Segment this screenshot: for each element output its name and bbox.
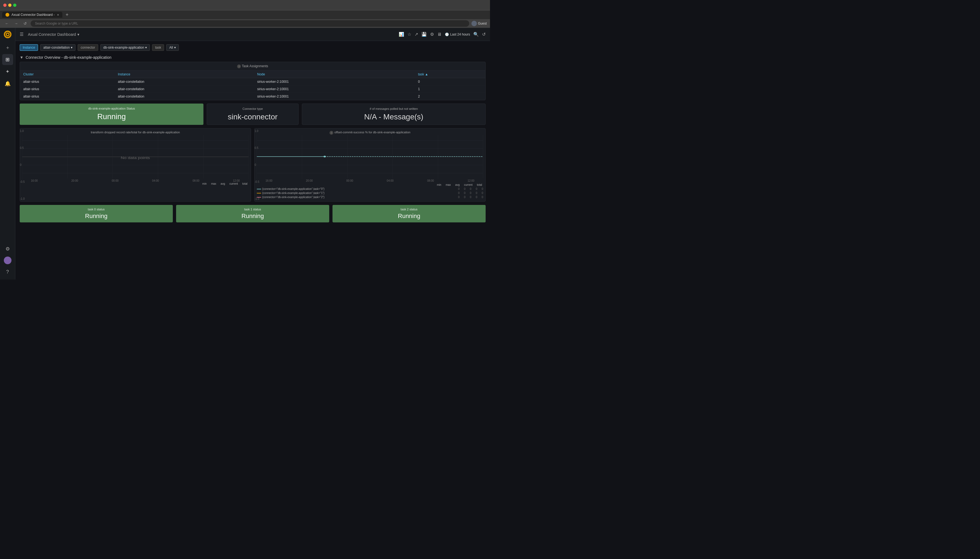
chart2-svg xyxy=(257,135,483,179)
refresh-icon[interactable]: ↺ xyxy=(482,32,486,37)
share-icon[interactable]: ↗ xyxy=(415,32,418,37)
sidebar-item-settings[interactable]: ⚙ xyxy=(2,243,13,255)
chart2-legend-header: min max avg current total xyxy=(257,184,483,186)
sidebar-item-help[interactable]: ? xyxy=(2,266,13,277)
page-title: Axual Connector Dashboard ▾ xyxy=(28,31,396,37)
topbar: ☰ Axual Connector Dashboard ▾ 📊 ☆ ↗ 💾 ⚙ … xyxy=(15,28,490,41)
filter-connector-dropdown[interactable]: db-sink-example-application ▾ xyxy=(100,44,150,51)
panel-title: i Task Assignments xyxy=(20,62,485,71)
section-header: ▼ Connector Overview - db-sink-example-a… xyxy=(20,55,486,60)
dropdown-chevron: ▾ xyxy=(71,46,73,50)
messages-label: # of messages polled but not written xyxy=(307,107,481,110)
filter-instance[interactable]: Instance xyxy=(20,44,38,51)
app-status-card: db-sink-example-application Status Runni… xyxy=(20,104,204,125)
user-avatar[interactable] xyxy=(4,256,12,264)
forward-button[interactable]: → xyxy=(13,21,20,26)
legend-label-0: {connector="db-sink-example-application"… xyxy=(262,187,325,190)
maximize-button[interactable] xyxy=(13,3,17,7)
table-row: altair-siriusaltair-constellationsirius-… xyxy=(20,78,485,86)
grafana-logo[interactable] xyxy=(3,30,12,39)
legend-values-1: 0 0 0 0 0 xyxy=(458,192,483,195)
status-card-label: db-sink-example-application Status xyxy=(24,107,199,110)
sidebar-item-explore[interactable]: ✦ xyxy=(2,66,13,77)
filter-task-label: task xyxy=(152,44,164,51)
sidebar-item-alerts[interactable]: 🔔 xyxy=(2,78,13,89)
filter-connector-label: connector xyxy=(78,44,98,51)
new-tab-button[interactable]: + xyxy=(63,12,71,18)
guest-button[interactable]: Guest xyxy=(471,21,487,26)
active-tab[interactable]: Axual Connector Dashboard - ✕ xyxy=(2,12,62,18)
filter-instance-dropdown[interactable]: altair-constellation ▾ xyxy=(40,44,75,51)
time-range-button[interactable]: 🕐 Last 24 hours xyxy=(445,33,470,36)
tab-close-button[interactable]: ✕ xyxy=(57,13,59,17)
hamburger-icon[interactable]: ☰ xyxy=(20,32,23,37)
legend-item-1: {connector="db-sink-example-application"… xyxy=(257,192,456,195)
topbar-actions: 📊 ☆ ↗ 💾 ⚙ 🖥 🕐 Last 24 hours 🔍 ↺ xyxy=(399,32,486,37)
section-chevron-icon[interactable]: ▼ xyxy=(20,55,23,60)
task-1-label: task 1 status xyxy=(181,208,325,211)
chart1-legend-header: min max avg current total xyxy=(22,182,249,185)
chart1-title: transform dropped record rate/total for … xyxy=(22,131,249,134)
sidebar-item-dashboard[interactable]: ⊞ xyxy=(2,54,13,65)
svg-text:No data points: No data points xyxy=(121,156,150,160)
task-assignments-panel: i Task Assignments Cluster Instance Node… xyxy=(20,62,486,100)
connector-type-value: sink-connector xyxy=(211,112,294,121)
sidebar-item-add[interactable]: ＋ xyxy=(2,42,13,53)
traffic-lights xyxy=(3,3,17,7)
app-container: ＋ ⊞ ✦ 🔔 ⚙ ? ☰ Axual Connector Dashboard … xyxy=(0,28,490,280)
chart1-svg: No data points xyxy=(22,135,249,179)
url-input[interactable] xyxy=(31,20,469,27)
table-row: altair-siriusaltair-constellationsirius-… xyxy=(20,93,485,100)
all-chevron: ▾ xyxy=(174,46,176,50)
time-range-label: Last 24 hours xyxy=(450,33,470,36)
connector-type-label: Connector type xyxy=(211,107,294,110)
star-icon[interactable]: ☆ xyxy=(408,32,411,37)
chart1-x-labels: 16:00 20:00 00:00 04:00 08:00 12:00 xyxy=(22,179,249,182)
task-2-label: task 2 status xyxy=(337,208,481,211)
legend-label-2: {connector="db-sink-example-application"… xyxy=(262,196,325,198)
monitor-icon[interactable]: 🖥 xyxy=(437,32,442,37)
save-icon[interactable]: 💾 xyxy=(421,32,427,37)
info-icon[interactable]: i xyxy=(237,64,241,68)
guest-label: Guest xyxy=(478,22,487,25)
task-1-card: task 1 status Running xyxy=(176,205,329,222)
legend-row-2: {connector="db-sink-example-application"… xyxy=(257,195,483,199)
filter-all-dropdown[interactable]: All ▾ xyxy=(166,44,179,51)
col-instance[interactable]: Instance xyxy=(114,71,254,78)
svg-point-2 xyxy=(7,34,8,35)
task-0-value: Running xyxy=(24,213,168,220)
col-node[interactable]: Node xyxy=(254,71,415,78)
chart2-area xyxy=(257,135,483,179)
chart2-x-labels: 16:00 20:00 00:00 04:00 08:00 12:00 xyxy=(257,179,483,182)
reload-button[interactable]: ↺ xyxy=(22,21,28,26)
guest-avatar xyxy=(471,21,477,26)
legend-values-2: 0 0 0 0 0 xyxy=(458,196,483,198)
chart2-info-icon[interactable]: i xyxy=(330,131,333,135)
back-button[interactable]: ← xyxy=(3,21,10,26)
section-title: Connector Overview - db-sink-example-app… xyxy=(26,55,111,60)
minimize-button[interactable] xyxy=(8,3,12,7)
tab-bar: Axual Connector Dashboard - ✕ + xyxy=(0,10,490,19)
task-cards-row: task 0 status Running task 1 status Runn… xyxy=(20,205,486,222)
col-task[interactable]: task ▲ xyxy=(415,71,485,78)
task-0-card: task 0 status Running xyxy=(20,205,173,222)
add-panel-icon[interactable]: 📊 xyxy=(399,32,404,37)
instance-value: altair-constellation xyxy=(43,46,70,50)
task-assignments-table: Cluster Instance Node task ▲ altair-siri… xyxy=(20,71,485,100)
charts-row: transform dropped record rate/total for … xyxy=(20,128,486,202)
messages-value: N/A - Message(s) xyxy=(307,112,481,121)
address-bar: ← → ↺ Guest xyxy=(0,19,490,28)
legend-row-0: {connector="db-sink-example-application"… xyxy=(257,187,483,191)
close-button[interactable] xyxy=(3,3,7,7)
task-2-card: task 2 status Running xyxy=(333,205,486,222)
main-content: Instance altair-constellation ▾ connecto… xyxy=(15,41,490,280)
chart2-legend: min max avg current total {connector="db… xyxy=(257,184,483,199)
settings-icon[interactable]: ⚙ xyxy=(430,32,434,37)
search-icon[interactable]: 🔍 xyxy=(473,32,479,37)
col-cluster[interactable]: Cluster xyxy=(20,71,114,78)
legend-label-1: {connector="db-sink-example-application"… xyxy=(262,192,325,195)
legend-item-0: {connector="db-sink-example-application"… xyxy=(257,187,456,190)
task-1-value: Running xyxy=(181,213,325,220)
sidebar-bottom: ⚙ ? xyxy=(2,243,13,277)
messages-card: # of messages polled but not written N/A… xyxy=(302,104,486,125)
